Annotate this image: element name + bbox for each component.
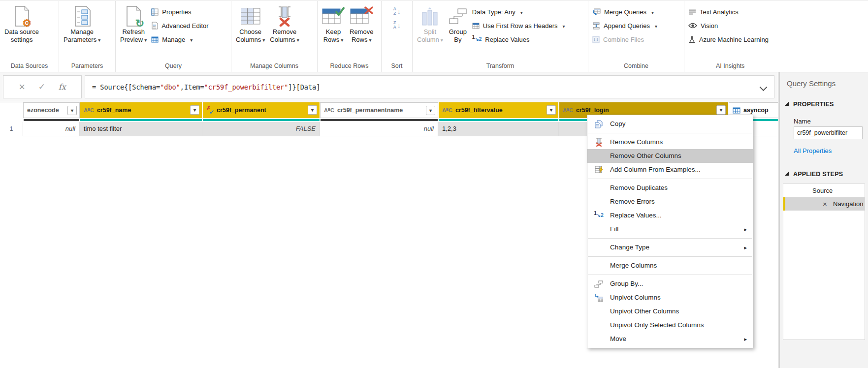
group-label-manage-columns: Manage Columns [231,62,317,69]
delete-step-icon[interactable]: × [823,197,827,211]
dropdown-icon [653,22,657,30]
dropdown-icon [143,36,147,44]
menu-item-remove-duplicates[interactable]: Remove Duplicates [587,181,753,195]
menu-item-remove-columns[interactable]: Remove Columns [587,135,753,149]
filter-dropdown-button[interactable] [308,105,317,115]
group-by-button[interactable]: GroupBy [446,3,470,60]
dropdown-icon [96,36,100,44]
fx-icon[interactable] [59,82,66,92]
quality-bar-good [80,119,202,121]
applied-step-navigation[interactable]: × Navigation [783,197,865,211]
merge-queries-button[interactable]: Merge Queries [590,6,659,18]
filter-dropdown-button[interactable] [67,106,77,115]
ribbon-group-transform: SplitColumn GroupBy Data Type: Any Use F… [413,1,588,72]
dropdown-icon [439,36,443,44]
filter-dropdown-button[interactable] [190,105,199,115]
cancel-formula-icon[interactable] [19,81,25,93]
advanced-editor-button[interactable]: Advanced Editor [149,20,210,31]
commit-formula-icon[interactable] [38,82,45,92]
group-by-icon [448,4,468,28]
menu-item-unpivot-columns[interactable]: Unpivot Columns [587,291,753,305]
menu-item-copy[interactable]: Copy [587,117,753,131]
group-label-reduce-rows: Reduce Rows [318,62,381,69]
menu-item-move[interactable]: Move [587,332,753,346]
filter-dropdown-button[interactable] [716,105,726,115]
expand-formula-bar-icon[interactable] [760,84,768,92]
split-column-icon [420,4,439,28]
menu-item-remove-other-columns[interactable]: Remove Other Columns [587,149,753,163]
applied-step-source[interactable]: Source [783,184,865,197]
cell-cr59f-filtervalue[interactable]: 1,2,3 [438,122,559,136]
menu-item-unpivot-other-columns[interactable]: Unpivot Other Columns [587,305,753,318]
table-icon [151,36,159,43]
quality-bar-empty [24,119,79,121]
vision-button[interactable]: Vision [686,20,771,31]
cell-cr59f-name[interactable]: timo test filter [80,122,202,136]
column-header-cr59f-name[interactable]: cr59f_name [80,102,202,118]
boolean-type-icon [206,106,214,115]
data-type-button[interactable]: Data Type: Any [470,6,567,18]
menu-item-change-type[interactable]: Change Type [587,241,753,254]
query-settings-panel: Query Settings PROPERTIES Name All Prope… [780,72,868,368]
cell-cr59f-permanentname[interactable]: null [320,122,438,136]
column-header-cr59f-permanentname[interactable]: cr59f_permanentname [320,102,438,118]
keep-rows-icon [322,4,345,28]
column-header-cr59f-permanent[interactable]: cr59f_permanent [203,102,320,118]
column-header-cr59f-filtervalue[interactable]: cr59f_filtervalue [439,102,558,118]
properties-button[interactable]: Properties [149,6,210,18]
refresh-icon: ↻ [135,17,144,30]
row-number[interactable]: 1 [0,122,23,136]
use-first-row-as-headers-button[interactable]: Use First Row as Headers [470,20,567,31]
text-type-icon [563,107,573,113]
menu-item-fill[interactable]: Fill [587,222,753,236]
replace-values-icon [472,37,482,42]
append-queries-button[interactable]: Append Queries [590,20,659,31]
replace-values-button[interactable]: Replace Values [470,33,567,45]
collapse-triangle-icon [785,102,789,106]
manage-parameters-button[interactable]: ManageParameters [61,3,103,60]
menu-item-group-by[interactable]: Group By... [587,277,753,291]
data-source-settings-button[interactable]: ⚙ Data sourcesettings [2,3,41,60]
sort-ascending-button[interactable] [390,4,404,18]
remove-rows-icon [350,4,373,28]
menu-item-remove-errors[interactable]: Remove Errors [587,195,753,209]
unpivot-columns-icon [593,293,605,303]
text-analytics-button[interactable]: Text Analytics [686,6,771,18]
submenu-arrow-icon [744,332,747,346]
formula-input[interactable]: = Source{[Schema="dbo",Item="cr59f_power… [85,75,774,98]
text-type-icon [84,107,94,113]
filter-dropdown-button[interactable] [547,105,556,115]
sort-descending-button[interactable] [390,18,404,32]
combine-files-button[interactable]: Combine Files [590,33,659,45]
append-queries-icon [592,22,600,30]
query-name-input[interactable] [794,126,863,139]
remove-columns-button[interactable]: RemoveColumns [267,3,301,60]
choose-columns-button[interactable]: ChooseColumns [233,3,267,60]
cell-cr59f-permanent[interactable]: FALSE [202,122,320,136]
refresh-preview-button[interactable]: ↻ RefreshPreview [118,3,149,60]
choose-columns-icon [241,4,260,28]
group-label-data-sources: Data Sources [0,62,59,69]
manage-button[interactable]: Manage [149,33,210,45]
split-column-button[interactable]: SplitColumn [415,3,446,60]
menu-item-replace-values[interactable]: Replace Values... [587,209,753,222]
ribbon-group-ai-insights: Text Analytics Vision Azure Machine Lear… [684,1,868,72]
cell-zonecode[interactable]: null [23,122,80,136]
all-properties-link[interactable]: All Properties [794,147,832,154]
menu-item-unpivot-only-selected-columns[interactable]: Unpivot Only Selected Columns [587,318,753,332]
keep-rows-button[interactable]: KeepRows [320,3,347,60]
column-header-zonecode[interactable]: ezonecode [23,102,80,118]
properties-section-header[interactable]: PROPERTIES [785,101,834,108]
menu-item-add-column-from-examples[interactable]: Add Column From Examples... [587,163,753,177]
ribbon-group-manage-columns: ChooseColumns RemoveColumns Manage Colum… [231,1,318,72]
merge-queries-icon [592,8,601,16]
advanced-editor-icon [151,22,158,30]
dropdown-icon [189,36,193,43]
quality-bar-good [203,119,320,121]
filter-dropdown-button[interactable] [426,106,435,115]
applied-steps-section-header[interactable]: APPLIED STEPS [785,171,843,178]
formula-bar-actions [3,75,82,98]
menu-item-merge-columns[interactable]: Merge Columns [587,259,753,273]
azure-machine-learning-button[interactable]: Azure Machine Learning [686,33,771,45]
remove-rows-button[interactable]: RemoveRows [347,3,376,60]
